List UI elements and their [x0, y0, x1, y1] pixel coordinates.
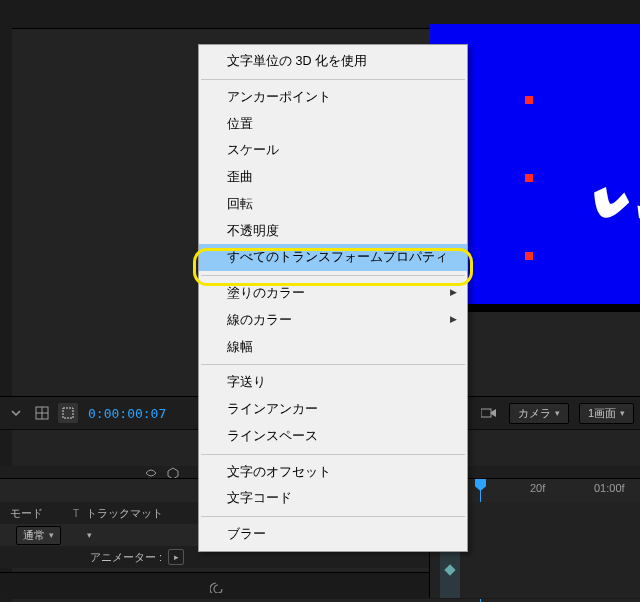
menu-item-stroke-width[interactable]: 線幅 — [199, 334, 467, 361]
trackmatte-prefix: T — [73, 508, 79, 519]
animator-label: アニメーター : — [90, 550, 162, 565]
menu-item-tracking[interactable]: 字送り — [199, 369, 467, 396]
camera-icon[interactable] — [479, 403, 499, 423]
active-camera-dropdown[interactable]: カメラ ▾ — [509, 403, 569, 424]
spiral-icon[interactable] — [210, 577, 226, 596]
menu-item-all-transform[interactable]: すべてのトランスフォームプロパティ — [199, 244, 467, 271]
layer-handle[interactable] — [525, 174, 533, 182]
menu-item-blur[interactable]: ブラー — [199, 521, 467, 548]
menu-separator — [201, 364, 465, 365]
grid-icon[interactable] — [32, 403, 52, 423]
mode-column-header[interactable]: モード — [10, 506, 43, 521]
menu-item-anchor-point[interactable]: アンカーポイント — [199, 84, 467, 111]
active-camera-label: カメラ — [518, 406, 551, 421]
animator-context-menu: 文字単位の 3D 化を使用 アンカーポイント 位置 スケール 歪曲 回転 不透明… — [198, 44, 468, 552]
menu-item-stroke-color[interactable]: 線のカラー — [199, 307, 467, 334]
chevron-down-icon[interactable] — [6, 403, 26, 423]
menu-item-char-offset[interactable]: 文字のオフセット — [199, 459, 467, 486]
menu-item-enable-3d[interactable]: 文字単位の 3D 化を使用 — [199, 48, 467, 75]
menu-separator — [201, 454, 465, 455]
ruler-tick: 01:00f — [594, 482, 625, 494]
ruler-tick: 20f — [530, 482, 545, 494]
blend-mode-dropdown[interactable]: 通常 ▾ — [16, 526, 61, 545]
chevron-down-icon[interactable]: ▾ — [87, 530, 92, 540]
layer-handle[interactable] — [525, 252, 533, 260]
menu-item-rotation[interactable]: 回転 — [199, 191, 467, 218]
menu-item-skew[interactable]: 歪曲 — [199, 164, 467, 191]
menu-item-position[interactable]: 位置 — [199, 111, 467, 138]
chevron-down-icon: ▾ — [49, 530, 54, 540]
menu-item-line-anchor[interactable]: ラインアンカー — [199, 396, 467, 423]
view-layout-dropdown[interactable]: 1画面 ▾ — [579, 403, 634, 424]
menu-item-scale[interactable]: スケール — [199, 137, 467, 164]
menu-separator — [201, 516, 465, 517]
menu-separator — [201, 79, 465, 80]
current-timecode[interactable]: 0:00:00:07 — [88, 406, 166, 421]
menu-item-line-spacing[interactable]: ラインスペース — [199, 423, 467, 450]
mask-icon[interactable] — [58, 403, 78, 423]
svg-rect-1 — [63, 408, 73, 418]
layer-handle[interactable] — [525, 96, 533, 104]
preview-text-layer[interactable]: ぶ — [593, 84, 640, 247]
trackmatte-column-header[interactable]: トラックマット — [86, 507, 163, 519]
menu-separator — [201, 275, 465, 276]
animator-add-button[interactable]: ▸ — [168, 549, 184, 565]
svg-rect-2 — [481, 409, 491, 417]
menu-item-fill-color[interactable]: 塗りのカラー — [199, 280, 467, 307]
blend-mode-value: 通常 — [23, 528, 45, 543]
chevron-down-icon: ▾ — [620, 408, 625, 418]
view-layout-label: 1画面 — [588, 406, 616, 421]
menu-item-char-value[interactable]: 文字コード — [199, 485, 467, 512]
chevron-down-icon: ▾ — [555, 408, 560, 418]
menu-item-opacity[interactable]: 不透明度 — [199, 218, 467, 245]
